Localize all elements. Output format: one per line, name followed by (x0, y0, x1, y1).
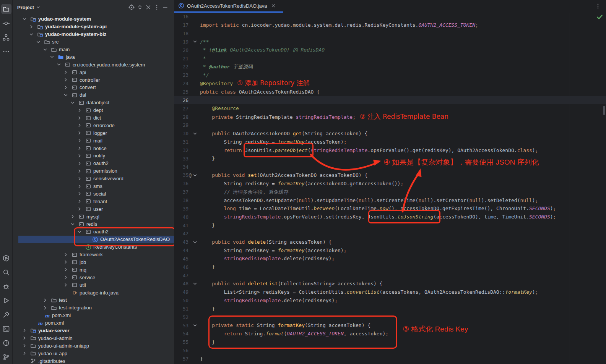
line-number[interactable]: 43 (174, 239, 188, 245)
code-line-48[interactable]: 48 public void deleteList(Collection<Str… (174, 280, 606, 288)
tree-item-social[interactable]: social (13, 190, 174, 197)
tree-item-util[interactable]: util (13, 281, 174, 289)
chevron-right-icon[interactable] (76, 145, 83, 151)
code-line-21[interactable]: 21 * (174, 54, 606, 63)
line-number[interactable]: 32 (174, 147, 188, 153)
code-line-34[interactable]: 34 (174, 163, 606, 171)
line-number[interactable]: 41 (174, 223, 188, 228)
close-icon[interactable] (271, 3, 276, 8)
tree-item-rediskeyconstants[interactable]: IRedisKeyConstants (13, 243, 174, 251)
tree-item-framework[interactable]: framework (13, 251, 174, 259)
chevron-right-icon[interactable] (76, 183, 83, 189)
chevron-right-icon[interactable] (62, 84, 69, 91)
code-line-41[interactable]: 41 } (174, 221, 606, 230)
code-line-57[interactable]: 57} (174, 355, 606, 363)
line-number[interactable]: 45 (174, 256, 188, 262)
tree-item-dict[interactable]: dict (13, 114, 174, 122)
line-number[interactable]: 56 (174, 348, 188, 353)
line-number[interactable]: 34 (174, 164, 188, 170)
code-line-23[interactable]: 23 */ (174, 71, 606, 79)
chevron-right-icon[interactable] (69, 214, 76, 220)
tree-item-main[interactable]: main (13, 46, 174, 53)
collapse-all-icon[interactable] (144, 3, 153, 11)
chevron-down-icon[interactable] (69, 221, 76, 227)
chevron-down-icon[interactable] (28, 31, 35, 37)
chevron-right-icon[interactable] (76, 138, 83, 144)
code-line-50[interactable]: 50 stringRedisTemplate.delete(redisKeys)… (174, 296, 606, 305)
tree-item-tenant[interactable]: tenant (13, 197, 174, 205)
tree-item-cn-iocoder-yudao-module-system[interactable]: cn.iocoder.yudao.module.system (13, 61, 174, 68)
chevron-right-icon[interactable] (76, 160, 83, 167)
chevron-down-icon[interactable] (55, 61, 62, 68)
tree-item-notice[interactable]: notice (13, 144, 174, 152)
code-line-20[interactable]: 20 * {@link OAuth2AccessTokenDO} 的 Redis… (174, 46, 606, 54)
tree-item-yudao-module-system-biz[interactable]: yudao-module-system-biz (13, 31, 174, 38)
chevron-right-icon[interactable] (76, 130, 83, 136)
chevron-right-icon[interactable] (76, 168, 83, 174)
code-line-35[interactable]: 35@ public void set(OAuth2AccessTokenDO … (174, 171, 606, 180)
tree-item-user[interactable]: user (13, 205, 174, 213)
chevron-right-icon[interactable] (62, 69, 69, 75)
tree-item-dept[interactable]: dept (13, 107, 174, 114)
tree-item-api[interactable]: api (13, 68, 174, 76)
chevron-right-icon[interactable] (76, 107, 83, 113)
chevron-down-icon[interactable] (36, 5, 41, 10)
fold-column[interactable] (188, 281, 200, 287)
panel-title[interactable]: Project (17, 5, 34, 10)
code-line-40[interactable]: 40 stringRedisTemplate.opsForValue().set… (174, 213, 606, 221)
code-line-25[interactable]: 25public class OAuth2AccessTokenRedisDAO… (174, 88, 606, 96)
run-icon[interactable] (1, 295, 11, 306)
chevron-right-icon[interactable] (76, 198, 83, 204)
code-line-39[interactable]: 39 long time = LocalDateTimeUtil.between… (174, 204, 606, 213)
code-line-32[interactable]: 32 return JsonUtils.parseObject(stringRe… (174, 146, 606, 155)
code-line-46[interactable]: 46 } (174, 263, 606, 271)
commit-icon[interactable] (1, 18, 11, 28)
code-line-51[interactable]: 51 } (174, 305, 606, 313)
line-number[interactable]: 49 (174, 289, 188, 295)
expand-all-icon[interactable] (136, 3, 144, 11)
chevron-right-icon[interactable] (42, 305, 49, 311)
code-line-49[interactable]: 49 List<String> redisKeys = CollectionUt… (174, 288, 606, 296)
line-number[interactable]: 54 (174, 331, 188, 336)
search-icon[interactable] (1, 267, 11, 277)
tree-item-test-integration[interactable]: test-integration (13, 304, 174, 312)
code-line-44[interactable]: 44 String redisKey = formatKey(accessTok… (174, 246, 606, 255)
line-number[interactable]: 31 (174, 139, 188, 145)
chevron-down-icon[interactable] (69, 100, 76, 106)
chevron-right-icon[interactable] (62, 77, 69, 83)
chevron-right-icon[interactable] (76, 191, 83, 197)
fold-column[interactable] (188, 239, 200, 245)
tree-item-oauth2accesstokenredisdao[interactable]: COAuth2AccessTokenRedisDAO (13, 236, 174, 243)
code-line-16[interactable]: 16 (174, 13, 606, 21)
tree-item-sms[interactable]: sms (13, 183, 174, 190)
line-number[interactable]: 28 (174, 114, 188, 120)
tree-item-pom-xml[interactable]: mpom.xml (13, 319, 174, 327)
tree-item-yudao-module-system-api[interactable]: yudao-module-system-api (13, 23, 174, 31)
fold-column[interactable] (188, 39, 200, 45)
chevron-right-icon[interactable] (21, 335, 28, 341)
tree-item-mysql[interactable]: mysql (13, 213, 174, 220)
line-number[interactable]: 39 (174, 206, 188, 212)
line-number[interactable]: 21 (174, 56, 188, 61)
tree-item-yudao-ui-app[interactable]: yudao-ui-app (13, 349, 174, 357)
more-tools-icon[interactable] (1, 46, 11, 57)
tree-item-mail[interactable]: mail (13, 137, 174, 144)
line-number[interactable]: 52 (174, 314, 188, 320)
code-line-53[interactable]: 53 private static String formatKey(Strin… (174, 321, 606, 330)
tree-item-oauth2[interactable]: oauth2 (13, 160, 174, 167)
select-opened-file-icon[interactable] (127, 3, 136, 11)
debug-icon[interactable] (1, 281, 11, 291)
tree-item-mq[interactable]: mq (13, 266, 174, 273)
tree-item-package-info-java[interactable]: package-info.java (13, 289, 174, 296)
line-number[interactable]: 16 (174, 14, 188, 19)
code-line-45[interactable]: 45 stringRedisTemplate.delete(redisKey); (174, 254, 606, 263)
line-number[interactable]: 18 (174, 31, 188, 36)
code-line-29[interactable]: 29 (174, 121, 606, 129)
code-line-28[interactable]: 28 private StringRedisTemplate stringRed… (174, 113, 606, 121)
line-number[interactable]: 27 (174, 106, 188, 112)
line-number[interactable]: 48 (174, 281, 188, 286)
tree-item-convert[interactable]: convert (13, 84, 174, 91)
line-number[interactable]: 19 (174, 39, 188, 45)
line-number[interactable]: 29 (174, 122, 188, 128)
tab-active-file[interactable]: C OAuth2AccessTokenRedisDAO.java (174, 0, 283, 13)
